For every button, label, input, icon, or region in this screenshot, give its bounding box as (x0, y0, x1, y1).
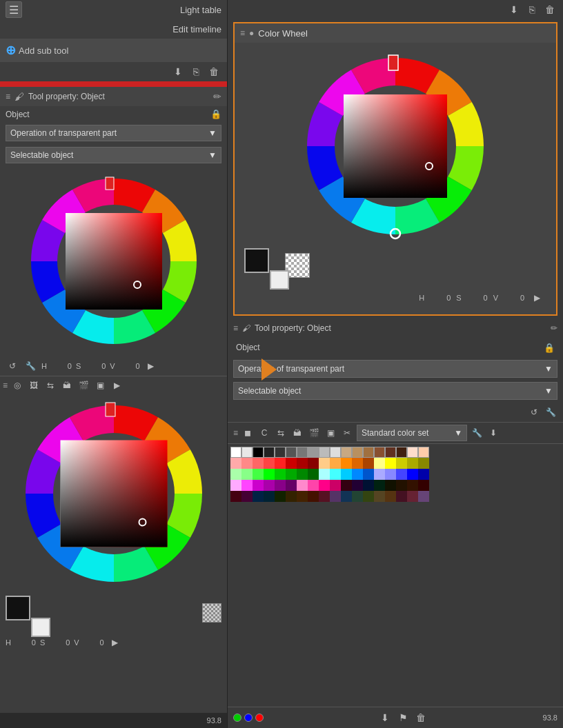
c-icon-palette[interactable]: C (257, 426, 271, 440)
film-icon-left[interactable]: 🎬 (77, 378, 90, 392)
flag-bottom-right[interactable]: ⚑ (395, 710, 411, 725)
sw-pk3[interactable] (319, 480, 330, 491)
mountain-icon-left[interactable]: 🏔 (60, 378, 74, 392)
sw-m8[interactable] (308, 491, 319, 502)
sw-y2[interactable] (385, 458, 396, 469)
sw-p4[interactable] (264, 480, 275, 491)
swatch-gray2[interactable] (297, 447, 308, 458)
color-wheel-left[interactable] (24, 172, 204, 351)
swatch-tan6[interactable] (396, 447, 407, 458)
sw-p5[interactable] (275, 480, 286, 491)
dropdown-selectable-object[interactable]: Selectable object ▼ (6, 147, 221, 163)
color-wheel-left2[interactable] (17, 397, 210, 590)
sw-c2[interactable] (330, 469, 341, 480)
sw-r4[interactable] (264, 458, 275, 469)
sw-o1[interactable] (319, 458, 330, 469)
black-icon-palette[interactable]: ◼ (241, 426, 255, 440)
sw-b2[interactable] (385, 469, 396, 480)
reset-icon-right[interactable]: ↺ (527, 405, 541, 419)
film-icon-palette[interactable]: 🎬 (307, 426, 321, 440)
foreground-color-right[interactable] (244, 248, 269, 273)
swap-icon-palette[interactable]: ⇆ (274, 426, 288, 440)
color-wheel-right[interactable] (299, 50, 492, 243)
swatch-gray4[interactable] (319, 447, 330, 458)
color-indicator-left[interactable] (133, 281, 141, 289)
duplicate-icon-right[interactable]: ⎘ (524, 2, 540, 17)
add-sub-tool-bar[interactable]: ⊕ Add sub tool (0, 39, 227, 62)
grid-icon-palette[interactable]: ▣ (324, 426, 337, 440)
dropdown-selectable-right[interactable]: Selectable object ▼ (233, 382, 557, 400)
swatch-lgray1[interactable] (241, 447, 253, 458)
sw-o4[interactable] (352, 458, 363, 469)
swatch-dgray2[interactable] (275, 447, 286, 458)
sw-o5[interactable] (363, 458, 374, 469)
sw-r8[interactable] (308, 458, 319, 469)
sw-g8[interactable] (308, 469, 319, 480)
delete-icon-right[interactable]: 🗑 (542, 2, 557, 17)
sw-dk4[interactable] (374, 480, 385, 491)
circle-icon-left[interactable]: ◎ (10, 378, 24, 392)
download-bottom-right[interactable]: ⬇ (377, 710, 393, 725)
swatch-tan1[interactable] (341, 447, 352, 458)
sw-dk8[interactable] (418, 480, 429, 491)
sw-p3[interactable] (253, 480, 264, 491)
sw-g4[interactable] (264, 469, 275, 480)
transparent-btn-left[interactable] (202, 603, 221, 623)
sw-e1[interactable] (407, 491, 418, 502)
swatch-tan2[interactable] (352, 447, 363, 458)
hue-indicator-right[interactable] (388, 55, 398, 70)
play-btn-right[interactable]: ▶ (530, 291, 544, 305)
grid-icon-left[interactable]: ▣ (93, 378, 107, 392)
red-dot[interactable] (255, 714, 264, 722)
swatch-peach1[interactable] (407, 447, 418, 458)
sw-r6[interactable] (286, 458, 297, 469)
mountain-icon-palette[interactable]: 🏔 (290, 426, 304, 440)
swatch-tan3[interactable] (363, 447, 374, 458)
sw-m4[interactable] (264, 491, 275, 502)
swatch-gray3[interactable] (308, 447, 319, 458)
color-indicator-left2[interactable] (138, 518, 146, 527)
sw-o2[interactable] (330, 458, 341, 469)
sw-pk1[interactable] (297, 480, 308, 491)
sw-n7[interactable] (385, 491, 396, 502)
fg-bg-right[interactable] (244, 248, 282, 283)
green-dot[interactable] (233, 714, 241, 722)
scissors-icon-palette[interactable]: ✂ (340, 426, 354, 440)
background-color-left[interactable] (31, 618, 50, 637)
sw-r2[interactable] (241, 458, 253, 469)
sw-dk7[interactable] (407, 480, 418, 491)
sw-dk2[interactable] (352, 480, 363, 491)
sw-c3[interactable] (341, 469, 352, 480)
swatch-tan4[interactable] (374, 447, 385, 458)
sw-g3[interactable] (253, 469, 264, 480)
photo-icon-left[interactable]: 🖼 (27, 378, 41, 392)
foreground-color-left[interactable] (6, 596, 30, 620)
sw-p2[interactable] (241, 480, 253, 491)
play-btn-left2[interactable]: ▶ (108, 636, 122, 649)
sw-b3[interactable] (396, 469, 407, 480)
sw-n1[interactable] (319, 491, 330, 502)
swatch-white[interactable] (230, 447, 241, 458)
sw-y4[interactable] (407, 458, 418, 469)
color-square-left[interactable] (66, 213, 162, 310)
sw-b5[interactable] (418, 469, 429, 480)
sw-r7[interactable] (297, 458, 308, 469)
sw-g6[interactable] (286, 469, 297, 480)
sw-g7[interactable] (297, 469, 308, 480)
swap-icon-left[interactable]: ⇆ (43, 378, 57, 392)
delete-icon[interactable]: 🗑 (206, 64, 221, 79)
color-indicator-right[interactable] (425, 162, 433, 170)
sw-m6[interactable] (286, 491, 297, 502)
swatch-black[interactable] (253, 447, 264, 458)
download-icon-right[interactable]: ⬇ (506, 2, 522, 17)
sw-dk1[interactable] (341, 480, 352, 491)
sw-p1[interactable] (230, 480, 241, 491)
sw-m1[interactable] (230, 491, 241, 502)
sw-n6[interactable] (374, 491, 385, 502)
settings-icon-left[interactable]: 🔧 (23, 359, 37, 373)
sw-c5[interactable] (363, 469, 374, 480)
sw-r5[interactable] (275, 458, 286, 469)
sw-b4[interactable] (407, 469, 418, 480)
sw-b1[interactable] (374, 469, 385, 480)
sw-g1[interactable] (230, 469, 241, 480)
